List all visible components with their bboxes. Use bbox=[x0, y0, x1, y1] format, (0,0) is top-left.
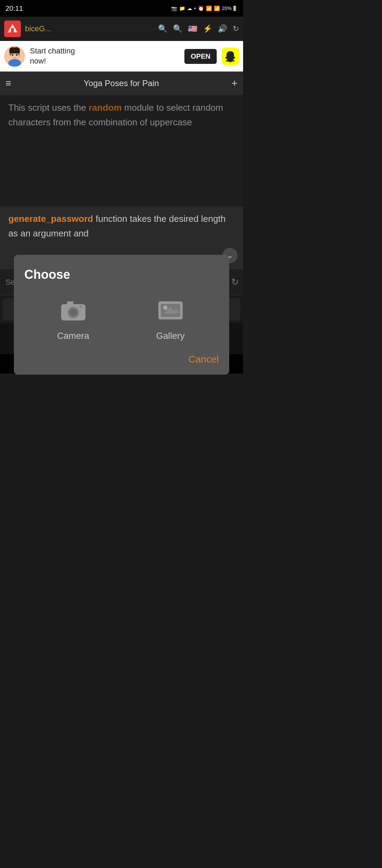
add-icon[interactable]: + bbox=[231, 77, 238, 89]
zoom-in-button[interactable]: 🔍 bbox=[173, 24, 182, 33]
ad-open-button[interactable]: OPEN bbox=[184, 49, 217, 64]
ad-text-content: Start chattingnow! bbox=[30, 47, 75, 65]
browser-url[interactable]: biceG... bbox=[25, 24, 154, 33]
choose-camera-option[interactable]: Camera bbox=[57, 294, 89, 341]
choose-dialog: Choose Camera bbox=[14, 255, 229, 375]
svg-point-12 bbox=[80, 305, 82, 308]
camera-notification-icon: 📷 bbox=[171, 6, 177, 11]
cloud-icon: ☁ bbox=[187, 6, 192, 11]
ad-avatar bbox=[4, 46, 25, 67]
speed-icon[interactable]: ⚡ bbox=[203, 24, 212, 33]
hamburger-menu-icon[interactable]: ≡ bbox=[6, 78, 11, 89]
wifi-icon: 📶 bbox=[206, 6, 212, 11]
choose-options: Camera Gallery bbox=[24, 294, 219, 341]
volume-icon[interactable]: 🔊 bbox=[218, 24, 227, 33]
browser-actions: 🔍 🔍 🇺🇸 ⚡ 🔊 ↻ bbox=[158, 24, 239, 33]
browser-toolbar: biceG... 🔍 🔍 🇺🇸 ⚡ 🔊 ↻ bbox=[0, 17, 243, 41]
content-text-upper: This script uses the random module to se… bbox=[8, 101, 235, 130]
gallery-label: Gallery bbox=[156, 331, 184, 341]
browser-logo-icon bbox=[7, 23, 18, 34]
snapchat-logo[interactable] bbox=[222, 48, 239, 65]
choose-gallery-option[interactable]: Gallery bbox=[155, 294, 186, 341]
dot-indicator: • bbox=[194, 6, 196, 11]
ad-avatar-image bbox=[4, 46, 25, 67]
status-icons: 📷 📁 ☁ • ⏰ 📶 📶 20%🔋 bbox=[171, 6, 238, 11]
cancel-button[interactable]: Cancel bbox=[189, 354, 219, 365]
ad-text: Start chattingnow! bbox=[30, 46, 180, 66]
snapchat-ghost-icon bbox=[224, 50, 236, 62]
camera-label: Camera bbox=[57, 331, 89, 341]
refresh-icon[interactable]: ↻ bbox=[233, 24, 239, 33]
content-prefix: This script uses the bbox=[8, 102, 89, 113]
content-keyword-random: random bbox=[89, 102, 122, 113]
svg-point-10 bbox=[70, 309, 77, 316]
svg-rect-11 bbox=[67, 301, 73, 306]
content-upper: This script uses the random module to se… bbox=[0, 95, 243, 206]
ad-banner: Start chattingnow! OPEN bbox=[0, 41, 243, 72]
status-time: 20:11 bbox=[6, 5, 23, 12]
status-bar: 20:11 📷 📁 ☁ • ⏰ 📶 📶 20%🔋 bbox=[0, 0, 243, 17]
choose-cancel-area: Cancel bbox=[24, 354, 219, 365]
content-text-lower: generate_password function takes the des… bbox=[8, 212, 235, 241]
gallery-icon bbox=[155, 294, 186, 326]
svg-point-7 bbox=[16, 54, 18, 56]
alarm-icon: ⏰ bbox=[198, 6, 204, 11]
svg-point-17 bbox=[163, 306, 167, 310]
svg-point-6 bbox=[12, 54, 14, 56]
choose-dialog-title: Choose bbox=[24, 267, 219, 282]
content-keyword-generate: generate_password bbox=[8, 214, 93, 224]
signal-icon: 📶 bbox=[214, 6, 220, 11]
zoom-out-button[interactable]: 🔍 bbox=[158, 24, 167, 33]
browser-logo[interactable] bbox=[4, 20, 21, 37]
app-title: Yoga Poses for Pain bbox=[11, 78, 231, 88]
refresh-chat-button[interactable]: ↻ bbox=[231, 277, 239, 287]
flag-icon[interactable]: 🇺🇸 bbox=[188, 24, 197, 33]
svg-rect-1 bbox=[11, 28, 14, 32]
battery-icon: 20%🔋 bbox=[222, 6, 238, 11]
file-notification-icon: 📁 bbox=[179, 6, 185, 11]
app-header: ≡ Yoga Poses for Pain + bbox=[0, 72, 243, 95]
camera-icon bbox=[58, 294, 89, 326]
